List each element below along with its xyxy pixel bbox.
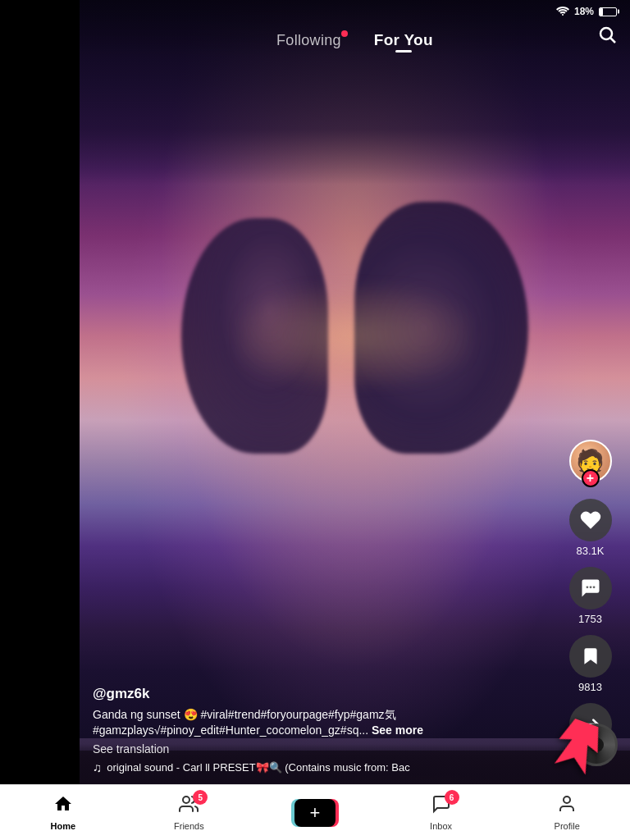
nav-profile[interactable]: Profile [504,794,630,831]
plus-icon: + [294,799,336,827]
inbox-badge: 6 [445,790,459,805]
bottom-navigation: Home 5 Friends + 6 Inbox [0,784,630,840]
nav-create[interactable]: + [252,799,378,827]
status-bar: 18% [0,0,630,23]
like-count: 83.1K [577,545,605,557]
profile-label: Profile [555,821,580,831]
svg-point-6 [183,797,189,803]
home-icon [53,794,73,819]
comment-icon [569,567,612,609]
save-count: 9813 [578,681,602,693]
tab-following[interactable]: Following [276,32,341,49]
creator-avatar[interactable]: 🧑 + [569,440,612,482]
battery-icon [599,7,617,16]
inbox-label: Inbox [430,821,452,831]
home-label: Home [51,821,76,831]
video-description: Ganda ng sunset 😍 #viral#trend#foryourpa… [93,707,535,739]
right-actions: 🧑 + 83.1K 1753 9813 [550,0,630,784]
status-icons: 18% [556,6,617,18]
svg-point-0 [562,14,564,16]
comment-count: 1753 [578,613,602,625]
nav-inbox[interactable]: 6 Inbox [378,794,504,831]
svg-point-3 [586,586,588,588]
battery-percent: 18% [574,6,594,17]
left-strip [0,0,80,784]
friends-icon: 5 [178,794,199,819]
save-button[interactable]: 9813 [569,635,612,693]
nav-tabs: Following For You [276,31,433,49]
avatar-follow-button[interactable]: + [582,469,600,487]
friends-badge: 5 [193,790,208,805]
creator-username[interactable]: @gmz6k [93,686,535,702]
bookmark-icon [569,635,612,678]
nav-friends[interactable]: 5 Friends [126,794,253,831]
svg-point-7 [564,797,570,803]
tab-foryou[interactable]: For You [374,31,433,49]
see-translation-button[interactable]: See translation [93,742,535,756]
music-note-icon: ♫ [93,760,102,774]
svg-point-5 [592,586,595,588]
inbox-icon: 6 [431,794,451,819]
heart-icon [569,499,612,541]
sound-text: original sound - Carl ll PRESET🎀🔍 (Conta… [107,761,409,774]
wifi-icon [556,6,569,18]
following-notification-dot [341,30,348,37]
nav-home[interactable]: Home [0,794,126,831]
see-more-button[interactable]: See more [372,724,423,737]
svg-point-4 [589,586,591,588]
sound-info[interactable]: ♫ original sound - Carl ll PRESET🎀🔍 (Con… [93,760,535,774]
video-info: @gmz6k Ganda ng sunset 😍 #viral#trend#fo… [80,686,548,774]
create-button[interactable]: + [294,799,336,827]
friends-label: Friends [174,821,204,831]
like-button[interactable]: 83.1K [569,499,612,557]
profile-icon [557,794,577,819]
comment-button[interactable]: 1753 [569,567,612,625]
